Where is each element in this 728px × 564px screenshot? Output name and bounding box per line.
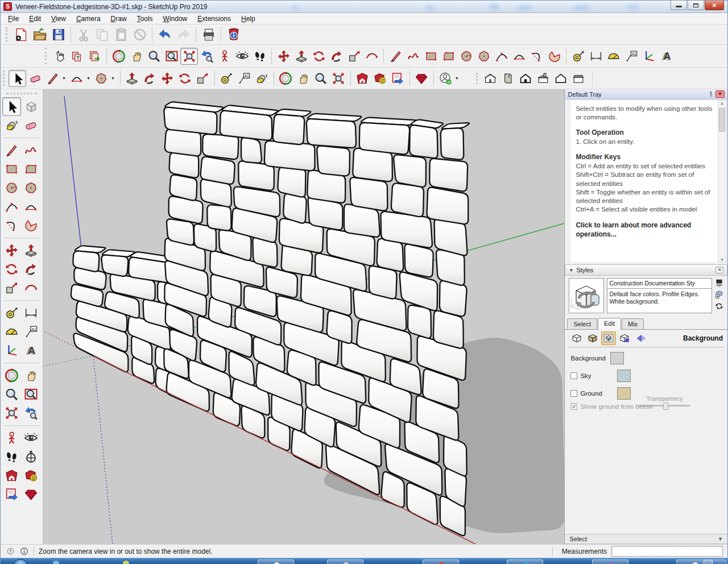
open-button[interactable] xyxy=(30,26,49,44)
share-model-tool[interactable] xyxy=(22,466,40,485)
axes-button[interactable] xyxy=(640,48,657,65)
redo-button[interactable] xyxy=(174,26,193,44)
dimensions-button[interactable] xyxy=(587,48,605,65)
export-tool[interactable] xyxy=(2,485,21,504)
shapes-button[interactable] xyxy=(93,70,110,87)
menu-file[interactable]: File xyxy=(3,14,24,24)
toolbar-grip[interactable] xyxy=(6,93,37,94)
paint-bucket-tool[interactable] xyxy=(2,116,21,135)
rotated-rectangle-button[interactable] xyxy=(440,48,457,65)
toolbar-grip[interactable] xyxy=(476,73,480,84)
taskbar-item[interactable] xyxy=(258,559,294,564)
export-button[interactable] xyxy=(389,70,407,87)
offset-tool[interactable] xyxy=(22,279,40,297)
polygon-button[interactable] xyxy=(475,48,493,65)
save-button[interactable] xyxy=(49,26,68,44)
style-description-field[interactable]: Default face colors. Profile Edges. Whit… xyxy=(607,289,712,313)
model-info-button[interactable] xyxy=(224,26,243,44)
styles-panel-header[interactable]: ▼ Styles ✕ xyxy=(565,264,727,276)
ground-checkbox[interactable] xyxy=(570,390,577,397)
update-style-icon[interactable] xyxy=(714,301,724,313)
menu-extensions[interactable]: Extensions xyxy=(192,14,236,24)
move-button[interactable] xyxy=(159,70,176,87)
freehand-button[interactable] xyxy=(404,48,422,65)
collapse-chevron-icon[interactable]: ▼ xyxy=(718,536,723,542)
two-point-arc-tool[interactable] xyxy=(22,197,40,216)
menu-help[interactable]: Help xyxy=(236,14,260,24)
component-house-tall-button[interactable] xyxy=(499,70,517,87)
three-point-arc-button[interactable] xyxy=(528,48,545,65)
scroll-up-icon[interactable]: ▲ xyxy=(720,101,724,105)
component-options-button[interactable] xyxy=(68,48,86,65)
taskbar-tray-icon[interactable] xyxy=(53,561,59,564)
taskbar-item[interactable] xyxy=(507,559,543,564)
pie-tool[interactable] xyxy=(22,216,40,235)
show-ground-checkbox[interactable]: ✓ xyxy=(570,403,577,410)
tape-measure-tool[interactable] xyxy=(2,304,21,322)
component-stack-button[interactable] xyxy=(86,48,104,65)
text-tool[interactable]: A1 xyxy=(22,322,40,341)
taskbar-item[interactable] xyxy=(592,559,628,564)
face-settings-button[interactable] xyxy=(585,331,600,345)
sky-color-swatch[interactable] xyxy=(617,370,631,382)
menu-edit[interactable]: Edit xyxy=(24,14,46,24)
collapse-triangle-icon[interactable]: ▼ xyxy=(569,268,573,273)
style-name-field[interactable]: Construction Documentation Sty xyxy=(607,278,712,289)
orbit-button[interactable] xyxy=(277,70,295,87)
styles-close-icon[interactable]: ✕ xyxy=(715,267,723,273)
walk-tool[interactable] xyxy=(2,447,21,466)
tab-select[interactable]: Select xyxy=(567,318,597,329)
erase-button[interactable] xyxy=(130,26,149,44)
arc-button[interactable] xyxy=(493,48,510,65)
paint-bucket-button[interactable] xyxy=(253,70,271,87)
paste-button[interactable] xyxy=(111,26,130,44)
scrollbar-thumb[interactable] xyxy=(719,108,725,132)
background-settings-button[interactable] xyxy=(601,331,616,345)
3d-text-button[interactable]: AA xyxy=(657,48,675,65)
two-point-arc-button[interactable] xyxy=(510,48,528,65)
move-button[interactable] xyxy=(275,48,292,65)
follow-me-tool[interactable] xyxy=(22,260,40,279)
menu-draw[interactable]: Draw xyxy=(106,14,132,24)
3d-warehouse-tool[interactable] xyxy=(2,466,21,485)
zoom-window-tool[interactable] xyxy=(22,385,40,404)
watermark-settings-button[interactable] xyxy=(617,331,632,345)
make-component-tool[interactable] xyxy=(22,97,40,116)
zoom-button[interactable] xyxy=(145,48,163,65)
dropdown-caret-icon[interactable]: ▼ xyxy=(62,76,66,80)
copy-button[interactable] xyxy=(93,26,111,44)
learn-more-link[interactable]: Click to learn about more advanced opera… xyxy=(576,221,715,239)
tray-header[interactable]: Default Tray ✕ xyxy=(565,89,727,99)
zoom-extents-button[interactable] xyxy=(180,48,198,65)
eraser-button[interactable] xyxy=(26,70,44,87)
look-around-button[interactable] xyxy=(233,48,251,65)
measurements-input[interactable] xyxy=(611,546,723,557)
tab-edit[interactable]: Edit xyxy=(598,318,621,330)
background-color-swatch[interactable] xyxy=(610,352,624,364)
close-button[interactable]: ✕ xyxy=(705,1,724,10)
toolbar-grip[interactable] xyxy=(3,70,7,86)
start-button[interactable] xyxy=(13,559,28,564)
taskbar-item[interactable] xyxy=(704,559,726,564)
component-house-gable-button[interactable] xyxy=(482,70,499,87)
create-style-icon[interactable] xyxy=(714,290,724,301)
secondary-pane-icon[interactable] xyxy=(714,279,724,290)
select-panel-bar[interactable]: Select ▼ xyxy=(565,534,727,544)
pan-tool[interactable] xyxy=(22,366,40,385)
offset-button[interactable] xyxy=(363,48,380,65)
component-house-front-button[interactable] xyxy=(517,70,535,87)
edge-settings-button[interactable] xyxy=(569,331,584,345)
model-viewport[interactable] xyxy=(43,89,565,544)
scale-tool[interactable] xyxy=(2,279,21,297)
taskbar-tray-icon[interactable] xyxy=(123,561,129,564)
freehand-tool[interactable] xyxy=(22,141,40,160)
dimensions-tool[interactable] xyxy=(22,304,40,322)
print-button[interactable] xyxy=(199,26,218,44)
protractor-button[interactable] xyxy=(605,48,622,65)
push-pull-button[interactable] xyxy=(123,70,141,87)
account-button[interactable] xyxy=(437,70,454,87)
tray-close-icon[interactable]: ✕ xyxy=(715,90,725,98)
maximize-button[interactable] xyxy=(688,1,704,10)
line-button[interactable] xyxy=(44,70,61,87)
follow-me-button[interactable] xyxy=(328,48,345,65)
